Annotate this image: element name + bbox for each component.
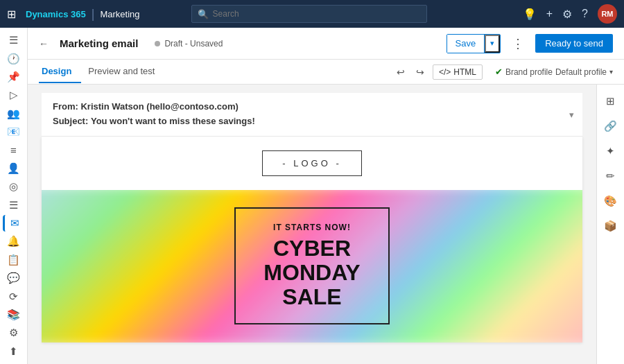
sidebar-item-contacts[interactable]: 👥: [3, 105, 25, 122]
assets-icon[interactable]: 📦: [600, 215, 622, 237]
blocks-icon[interactable]: 🔗: [600, 115, 622, 137]
app-grid-icon[interactable]: ⊞: [7, 8, 16, 21]
hero-subtitle: IT STARTS NOW!: [263, 223, 360, 232]
ready-to-send-button[interactable]: Ready to send: [535, 34, 613, 53]
layout-icon[interactable]: ⊞: [600, 90, 622, 112]
save-button[interactable]: Save: [447, 35, 485, 53]
collapse-icon[interactable]: ▾: [569, 109, 574, 119]
content-area: ← Marketing email Draft - Unsaved Save ▾…: [28, 28, 624, 364]
from-label: From:: [53, 101, 78, 112]
search-icon: 🔍: [198, 9, 209, 19]
subject-value: You won't want to miss these savings!: [91, 116, 255, 126]
save-dropdown-button[interactable]: ▾: [485, 35, 500, 53]
more-options-icon[interactable]: ⋮: [509, 36, 527, 51]
status-text: Draft - Unsaved: [164, 39, 223, 49]
hero-content: IT STARTS NOW! CYBER MONDAY SALE: [234, 207, 389, 325]
brand-logo: Dynamics 365: [26, 9, 86, 19]
settings-icon[interactable]: ⚙: [562, 8, 572, 21]
sidebar-item-analytics[interactable]: ◎: [3, 178, 25, 195]
sidebar-item-pinned[interactable]: 📌: [3, 69, 25, 85]
brand-separator: |: [92, 7, 95, 21]
tab-bar: Design Preview and test ↩ ↪ </> HTML ✔ B…: [28, 60, 624, 85]
nav-actions: 💡 + ⚙ ? RM: [523, 4, 617, 24]
page-title: Marketing email: [60, 37, 138, 49]
avatar[interactable]: RM: [598, 4, 617, 24]
redo-icon[interactable]: ↪: [413, 65, 427, 79]
plus-icon[interactable]: +: [546, 8, 553, 20]
search-input[interactable]: [213, 9, 421, 19]
subject-line: Subject: You won't want to miss these sa…: [53, 114, 571, 129]
html-toggle-button[interactable]: </> HTML: [433, 64, 483, 80]
brand-module: Marketing: [100, 9, 139, 19]
back-button[interactable]: ←: [39, 38, 49, 49]
sidebar-item-segments[interactable]: ≡: [3, 141, 25, 158]
sidebar-item-library[interactable]: 📚: [3, 306, 25, 323]
canvas-area: From: Kristin Watson (hello@contoso.com)…: [28, 85, 624, 364]
email-logo-section[interactable]: - LOGO -: [42, 137, 582, 190]
sidebar-item-settings2[interactable]: ⚙: [3, 324, 25, 341]
sidebar-item-profiles[interactable]: 👤: [3, 160, 25, 177]
undo-icon[interactable]: ↩: [394, 65, 408, 79]
html-label: HTML: [453, 67, 476, 77]
save-button-group: Save ▾: [447, 34, 501, 53]
left-sidebar: ☰ 🕐 📌 ▷ 👥 📧 ≡ 👤 ◎ ☰ ✉ 🔔 📋 💬 ⟳ 📚 ⚙ ⬆: [0, 28, 28, 364]
styles-icon[interactable]: 🎨: [600, 190, 622, 212]
check-icon: ✔: [495, 67, 503, 77]
sidebar-item-lists[interactable]: ☰: [3, 197, 25, 214]
status-dot: [155, 41, 160, 46]
brand-profile-label: Brand profile: [505, 67, 553, 77]
top-navigation: ⊞ Dynamics 365 | Marketing 🔍 💡 + ⚙ ? RM: [0, 0, 624, 28]
tab-preview-and-test[interactable]: Preview and test: [85, 60, 164, 83]
tab-design[interactable]: Design: [39, 60, 81, 83]
sidebar-item-menu[interactable]: ☰: [3, 32, 25, 49]
lightbulb-icon[interactable]: 💡: [523, 8, 537, 21]
brand-profile-caret-icon[interactable]: ▾: [609, 68, 613, 76]
sidebar-item-forms[interactable]: 📋: [3, 252, 25, 268]
sidebar-item-notifications[interactable]: 🔔: [3, 233, 25, 250]
sidebar-item-journeys[interactable]: ▷: [3, 87, 25, 103]
search-bar[interactable]: 🔍: [191, 5, 427, 23]
main-layout: ☰ 🕐 📌 ▷ 👥 📧 ≡ 👤 ◎ ☰ ✉ 🔔 📋 💬 ⟳ 📚 ⚙ ⬆ ← Ma…: [0, 28, 624, 364]
email-header-info: From: Kristin Watson (hello@contoso.com)…: [42, 93, 582, 137]
elements-icon[interactable]: ✦: [600, 140, 622, 162]
hero-title-line1: CYBER: [273, 236, 351, 261]
sidebar-item-emails[interactable]: 📧: [3, 123, 25, 140]
hero-title-line2: MONDAY: [263, 260, 360, 285]
brand: Dynamics 365 | Marketing: [26, 7, 140, 21]
sidebar-item-recent[interactable]: 🕐: [3, 50, 25, 67]
help-icon[interactable]: ?: [582, 8, 588, 20]
status-badge: Draft - Unsaved: [155, 39, 223, 49]
sidebar-item-marketing-emails[interactable]: ✉: [3, 215, 25, 232]
hero-title: CYBER MONDAY SALE: [263, 236, 360, 310]
tab-actions: ↩ ↪ </> HTML ✔ Brand profile Default pro…: [394, 64, 613, 80]
from-value: Kristin Watson (hello@contoso.com): [80, 101, 238, 112]
email-canvas[interactable]: From: Kristin Watson (hello@contoso.com)…: [28, 85, 596, 364]
from-line: From: Kristin Watson (hello@contoso.com): [53, 100, 571, 114]
email-body: - LOGO - IT STARTS NOW! CYBER MONDAY SAL…: [42, 137, 582, 343]
toolbar: ← Marketing email Draft - Unsaved Save ▾…: [28, 28, 624, 60]
sidebar-item-conversations[interactable]: 💬: [3, 270, 25, 286]
subject-label: Subject:: [53, 116, 88, 126]
brand-profile-value: Default profile: [555, 67, 607, 77]
code-icon: </>: [439, 67, 451, 77]
brand-profile: ✔ Brand profile Default profile ▾: [495, 67, 613, 77]
hero-title-line3: SALE: [282, 284, 341, 309]
sidebar-item-upload[interactable]: ⬆: [3, 343, 25, 360]
logo-placeholder: - LOGO -: [262, 150, 361, 176]
edit-icon[interactable]: ✏: [600, 165, 622, 187]
sidebar-item-workflows[interactable]: ⟳: [3, 288, 25, 304]
email-hero-section[interactable]: IT STARTS NOW! CYBER MONDAY SALE: [42, 190, 582, 343]
right-tool-panel: ⊞ 🔗 ✦ ✏ 🎨 📦: [596, 85, 624, 364]
